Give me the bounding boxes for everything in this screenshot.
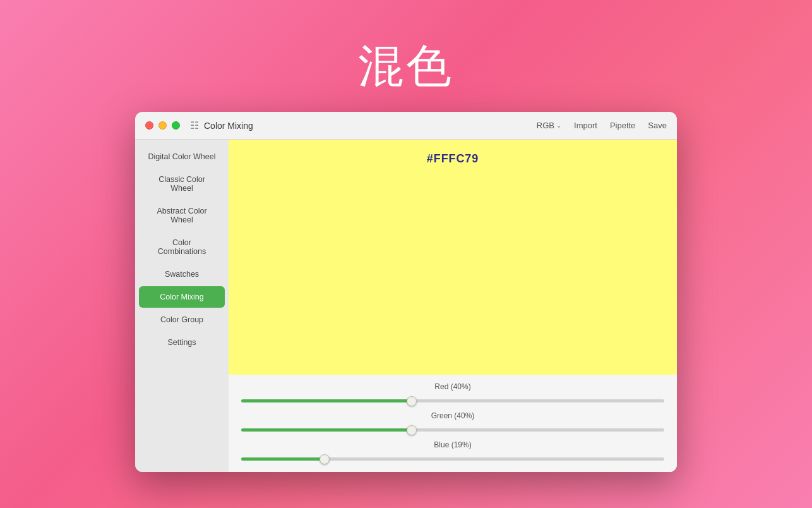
rgb-dropdown[interactable]: RGB ⌄	[537, 121, 561, 130]
blue-slider-group: Blue (19%)	[241, 440, 664, 463]
traffic-lights	[145, 121, 180, 130]
sidebar: Digital Color Wheel Classic Color Wheel …	[135, 140, 229, 472]
sidebar-item-abstract-color-wheel[interactable]: Abstract Color Wheel	[139, 200, 225, 231]
red-slider-group: Red (40%)	[241, 382, 664, 405]
blue-slider[interactable]	[241, 457, 664, 461]
toolbar-actions: RGB ⌄ Import Pipette Save	[537, 121, 667, 130]
pipette-button[interactable]: Pipette	[610, 121, 635, 130]
close-button[interactable]	[145, 121, 153, 130]
window-title: Color Mixing	[204, 121, 253, 131]
content-area: #FFFC79 Red (40%) Green (40%) Blue (19%)	[229, 140, 677, 472]
import-button[interactable]: Import	[574, 121, 597, 130]
sidebar-item-settings[interactable]: Settings	[139, 332, 225, 353]
sidebar-item-digital-color-wheel[interactable]: Digital Color Wheel	[139, 146, 225, 167]
green-slider[interactable]	[241, 428, 664, 432]
minimize-button[interactable]	[158, 121, 167, 130]
page-title: 混色	[358, 36, 453, 97]
color-hex-value: #FFFC79	[427, 152, 479, 166]
chevron-down-icon: ⌄	[556, 122, 561, 129]
maximize-button[interactable]	[172, 121, 180, 130]
book-icon: ☷	[190, 119, 199, 131]
green-slider-group: Green (40%)	[241, 411, 664, 434]
red-slider-label: Red (40%)	[241, 382, 664, 391]
sidebar-item-color-mixing[interactable]: Color Mixing	[139, 286, 225, 308]
sidebar-item-classic-color-wheel[interactable]: Classic Color Wheel	[139, 169, 225, 199]
rgb-label: RGB	[537, 121, 554, 130]
title-bar: ☷ Color Mixing RGB ⌄ Import Pipette Save	[135, 112, 677, 140]
app-window: ☷ Color Mixing RGB ⌄ Import Pipette Save…	[135, 112, 677, 472]
green-slider-label: Green (40%)	[241, 411, 664, 420]
save-button[interactable]: Save	[648, 121, 667, 130]
sidebar-item-color-group[interactable]: Color Group	[139, 309, 225, 330]
red-slider[interactable]	[241, 399, 664, 402]
sidebar-item-swatches[interactable]: Swatches	[139, 263, 225, 285]
sliders-area: Red (40%) Green (40%) Blue (19%)	[229, 375, 677, 472]
color-preview: #FFFC79	[229, 140, 677, 375]
main-content: Digital Color Wheel Classic Color Wheel …	[135, 140, 677, 472]
sidebar-item-color-combinations[interactable]: Color Combinations	[139, 232, 225, 262]
blue-slider-label: Blue (19%)	[241, 440, 664, 449]
